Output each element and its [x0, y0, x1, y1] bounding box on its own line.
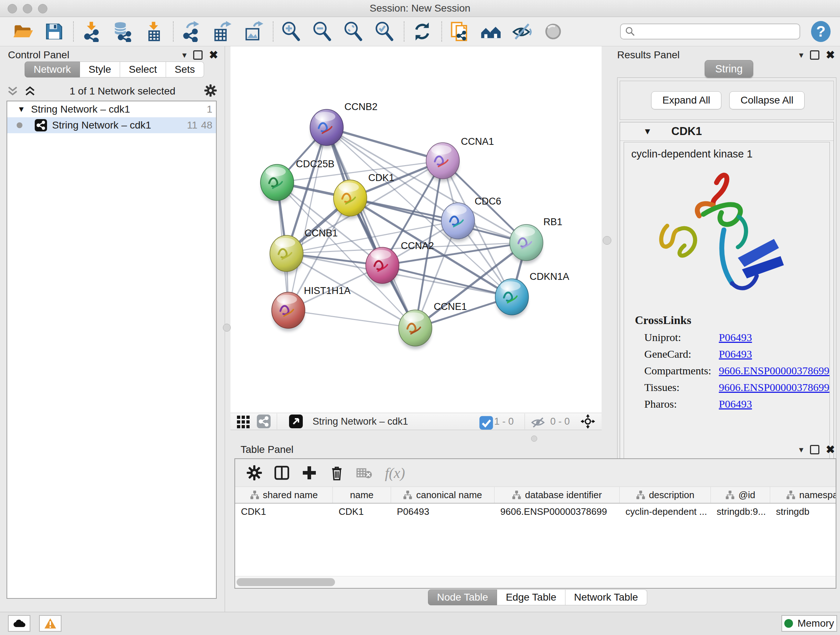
network-graph[interactable]: CCNB2CCNA1CDC25BCDK1CDC6RB1CCNB1CCNA2CDK… [231, 46, 602, 413]
import-network-from-file-icon[interactable] [81, 21, 102, 42]
node-CDC25B[interactable]: CDC25B [261, 158, 335, 203]
network-collection-row[interactable]: ▼ String Network – cdk1 1 [7, 101, 216, 117]
birds-eye-toggle-icon[interactable] [581, 414, 595, 429]
panel-menu-icon[interactable]: ▾ [799, 50, 804, 60]
show-columns-icon[interactable] [273, 464, 290, 481]
delete-table-icon[interactable] [356, 464, 373, 481]
crosslink-link[interactable]: P06493 [719, 331, 752, 344]
node-CDKN1A[interactable]: CDKN1A [495, 271, 569, 318]
table-cell[interactable]: P06493 [391, 504, 494, 519]
edge-CCNB2-CCNE1[interactable] [327, 127, 415, 328]
float-panel-icon[interactable] [810, 445, 819, 454]
show-all-icon[interactable] [543, 21, 564, 42]
delete-column-icon[interactable] [328, 464, 345, 481]
float-panel-icon[interactable] [193, 50, 202, 60]
table-row[interactable]: CDK1CDK1P064939606.ENSP00000378699cyclin… [235, 504, 836, 519]
tab-node-table[interactable]: Node Table [428, 589, 497, 605]
zoom-selected-icon[interactable] [374, 21, 395, 42]
tab-network-table[interactable]: Network Table [565, 589, 647, 605]
right-splitter-handle[interactable] [603, 236, 611, 245]
export-image-icon[interactable] [243, 21, 264, 42]
column-header-canonical-name[interactable]: canonical name [391, 487, 494, 503]
node-CCNA1[interactable]: CCNA1 [426, 136, 494, 182]
close-panel-icon[interactable]: ✖ [826, 51, 835, 59]
apply-preferred-layout-icon[interactable] [412, 21, 433, 42]
table-cell[interactable]: stringdb [770, 504, 836, 519]
tab-style[interactable]: Style [80, 62, 120, 78]
open-session-icon[interactable] [12, 21, 33, 42]
horizontal-splitter-handle[interactable] [531, 435, 537, 442]
crosslink-link[interactable]: P06493 [719, 348, 752, 360]
table-cell[interactable]: CDK1 [333, 504, 391, 519]
tab-network[interactable]: Network [25, 62, 80, 78]
export-table-icon[interactable] [212, 21, 233, 42]
column-header--id[interactable]: @id [711, 487, 770, 503]
table-settings-gear-icon[interactable] [246, 464, 263, 481]
column-header-description[interactable]: description [620, 487, 711, 503]
search-input[interactable] [635, 26, 792, 38]
detach-view-icon[interactable] [289, 414, 303, 429]
collapse-all-icon[interactable] [6, 86, 19, 97]
column-header-shared-name[interactable]: shared name [235, 487, 333, 503]
hide-selected-icon[interactable] [512, 21, 532, 42]
tab-sets[interactable]: Sets [166, 62, 204, 78]
collapse-section-icon[interactable]: ▼ [643, 126, 652, 136]
column-header-database-identifier[interactable]: database identifier [494, 487, 620, 503]
tab-select[interactable]: Select [120, 62, 166, 78]
save-session-icon[interactable] [43, 21, 65, 42]
import-table-from-file-icon[interactable] [143, 21, 164, 42]
table-cell[interactable]: CDK1 [235, 504, 333, 519]
grid-view-icon[interactable] [236, 414, 251, 429]
cloud-icon [13, 619, 25, 628]
network-canvas[interactable]: CCNB2CCNA1CDC25BCDK1CDC6RB1CCNB1CCNA2CDK… [231, 46, 602, 413]
tab-edge-table[interactable]: Edge Table [497, 589, 565, 605]
selected-checkbox-icon[interactable] [479, 416, 491, 427]
first-neighbors-icon[interactable] [480, 21, 501, 42]
network-row[interactable]: String Network – cdk1 11 48 [7, 117, 216, 133]
add-column-icon[interactable] [301, 464, 317, 481]
left-splitter-handle[interactable] [223, 324, 231, 332]
node-RB1[interactable]: RB1 [510, 217, 562, 264]
node-CCNB2[interactable]: CCNB2 [310, 101, 378, 149]
expand-all-button[interactable]: Expand All [651, 91, 722, 109]
clone-network-icon[interactable] [449, 21, 470, 42]
panel-menu-icon[interactable]: ▾ [799, 445, 804, 455]
scrollbar-thumb[interactable] [237, 578, 335, 586]
crosslink-link[interactable]: P06493 [719, 398, 752, 410]
zoom-in-icon[interactable] [281, 21, 302, 42]
tab-string[interactable]: String [705, 60, 753, 78]
tree-expand-icon[interactable]: ▼ [17, 105, 25, 114]
collapse-all-button[interactable]: Collapse All [729, 91, 805, 109]
table-cell[interactable]: 9606.ENSP00000378699 [494, 504, 620, 519]
close-panel-icon[interactable]: ✖ [209, 51, 218, 59]
cloud-button[interactable] [8, 615, 30, 632]
edge-CCNB2-HIST1H1A[interactable] [288, 127, 327, 310]
table-cell[interactable]: stringdb:9... [711, 504, 770, 519]
node-CDC6[interactable]: CDC6 [441, 196, 501, 242]
crosslink-link[interactable]: 9606.ENSP00000378699 [719, 364, 829, 377]
node-CCNE1[interactable]: CCNE1 [399, 301, 467, 349]
hidden-eye-icon[interactable] [531, 415, 546, 428]
table-cell[interactable]: cyclin-dependent ... [620, 504, 711, 519]
zoom-fit-content-icon[interactable] [343, 21, 364, 42]
memory-button[interactable]: Memory [782, 615, 837, 632]
expand-all-icon[interactable] [24, 86, 36, 97]
import-network-from-database-icon[interactable] [112, 21, 133, 42]
crosslink-link[interactable]: 9606.ENSP00000378699 [719, 381, 829, 394]
horizontal-scrollbar[interactable] [235, 576, 836, 588]
function-builder-button[interactable]: f(x) [385, 464, 405, 481]
close-panel-icon[interactable]: ✖ [826, 446, 835, 453]
gene-section-header[interactable]: ▼ CDK1 [620, 122, 834, 141]
network-options-gear-icon[interactable] [204, 84, 218, 99]
float-panel-icon[interactable] [810, 50, 819, 60]
node-HIST1H1A[interactable]: HIST1H1A [272, 285, 351, 331]
column-header-name[interactable]: name [333, 487, 391, 503]
help-button[interactable]: ? [811, 21, 831, 42]
warnings-button[interactable] [39, 615, 62, 632]
network-view-icon[interactable] [256, 414, 271, 429]
zoom-out-icon[interactable] [312, 21, 333, 42]
edge-HIST1H1A-CCNE1[interactable] [288, 310, 415, 328]
column-header-namespace[interactable]: namespace [770, 487, 836, 503]
export-network-icon[interactable] [181, 21, 202, 42]
panel-menu-icon[interactable]: ▾ [182, 50, 187, 60]
